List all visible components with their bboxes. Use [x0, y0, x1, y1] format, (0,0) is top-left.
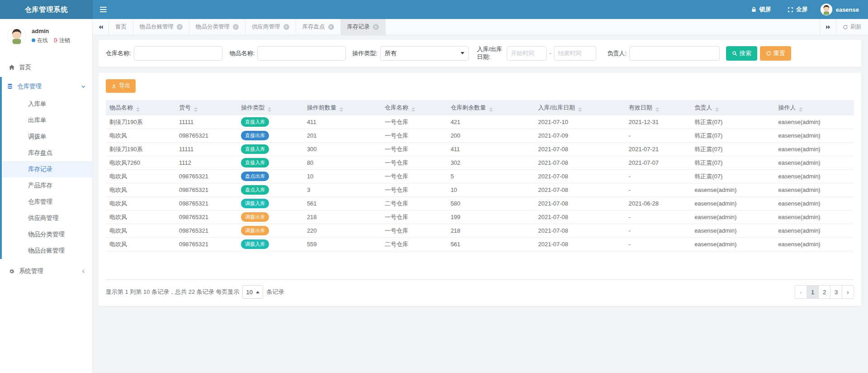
column-header[interactable]: 货号	[175, 100, 237, 115]
item-name-input[interactable]	[257, 46, 346, 61]
tab[interactable]: 物品台账管理 ×	[133, 19, 189, 35]
column-header[interactable]: 操作前数量	[303, 100, 381, 115]
sidebar-subitem[interactable]: 库存记录	[2, 161, 92, 177]
logout-button[interactable]: 注销	[52, 37, 70, 44]
sort-carets-icon	[656, 107, 659, 112]
sidebar-subitem[interactable]: 产品库存	[2, 177, 92, 194]
cell-qty-remaining: 561	[447, 238, 535, 251]
tab[interactable]: 首页 ×	[109, 19, 133, 35]
refresh-tab-button[interactable]: 刷新	[836, 19, 868, 35]
tab-close-icon[interactable]: ×	[373, 24, 379, 30]
manager-label: 负责人:	[607, 49, 627, 57]
tabs-scroll-left-button[interactable]	[93, 19, 109, 35]
warehouse-name-input[interactable]	[134, 46, 222, 61]
sidebar-subitem[interactable]: 仓库管理	[2, 194, 92, 210]
cell-item-name: 电吹风	[106, 183, 175, 197]
sort-carets-icon	[578, 107, 582, 112]
cell-qty-remaining: 10	[447, 183, 535, 197]
cell-operator: easense(admin)	[774, 170, 854, 183]
cell-operation-type: 调拨入库	[237, 238, 303, 251]
double-chevron-right-icon	[826, 24, 831, 30]
cell-manager: easense(admin)	[691, 238, 774, 251]
manager-input[interactable]	[629, 46, 720, 61]
sort-carets-icon	[411, 107, 415, 112]
page-size-caret-icon	[256, 291, 259, 293]
operation-type-select[interactable]: 所有	[380, 46, 469, 61]
tab-close-icon[interactable]: ×	[283, 24, 289, 30]
sidebar-item-system-management[interactable]: 系统管理	[0, 262, 92, 281]
warehouse-name-label: 仓库名称:	[106, 49, 131, 57]
pagination: ‹ 1 2 3	[795, 285, 854, 299]
reset-button[interactable]: 重置	[760, 46, 791, 61]
cell-operation-type: 盘点入库	[237, 183, 303, 197]
item-name-label: 物品名称:	[230, 49, 255, 57]
sidebar-item-home[interactable]: 首页	[0, 58, 92, 77]
tab[interactable]: 供应商管理 ×	[245, 19, 296, 35]
column-header[interactable]: 仓库剩余数量	[447, 100, 535, 115]
cell-sku: 11111	[175, 115, 237, 129]
column-header[interactable]: 操作人	[774, 100, 854, 115]
sidebar-subitem[interactable]: 供应商管理	[2, 210, 92, 226]
sidebar-subitem[interactable]: 库存盘点	[2, 145, 92, 161]
cell-valid-date: -	[625, 170, 691, 183]
table-header-row: 物品名称 货号 操作类型	[106, 100, 854, 115]
user-menu[interactable]: easense	[816, 0, 868, 19]
column-header[interactable]: 入库/出库日期	[534, 100, 625, 115]
cell-warehouse: 一号仓库	[381, 224, 447, 238]
sidebar-item-warehouse-management[interactable]: 仓库管理	[2, 77, 92, 96]
tab-close-icon[interactable]: ×	[233, 24, 239, 30]
fullscreen-button[interactable]: 全屏	[779, 0, 816, 19]
logout-icon	[52, 38, 58, 43]
cell-date: 2021-07-08	[534, 156, 625, 170]
date-start-input[interactable]	[507, 46, 547, 61]
cell-qty-remaining: 5	[447, 170, 535, 183]
database-icon	[7, 83, 13, 90]
tab[interactable]: 物品分类管理 ×	[189, 19, 245, 35]
sidebar-subitem[interactable]: 调拨单	[2, 129, 92, 145]
tab-close-icon[interactable]: ×	[328, 24, 334, 30]
column-header[interactable]: 操作类型	[237, 100, 303, 115]
search-button[interactable]: 搜索	[726, 46, 757, 61]
cell-operation-type: 直接出库	[237, 129, 303, 143]
sidebar-subitem[interactable]: 出库单	[2, 112, 92, 129]
page-body: 仓库名称: 物品名称: 操作类型: 所有 入库/出库日期: - 负责人: 搜索	[93, 35, 868, 373]
cell-sku: 098765321	[175, 170, 237, 183]
tab-close-icon[interactable]: ×	[177, 24, 183, 30]
lock-icon	[751, 6, 757, 13]
cell-manager: 韩正震(07)	[691, 129, 774, 143]
pager-button[interactable]: 2	[818, 285, 830, 299]
cell-valid-date: -	[625, 210, 691, 224]
pager-button[interactable]: ›	[842, 285, 854, 299]
tabs-scroll-right-button[interactable]	[820, 19, 836, 35]
cell-manager: 韩正震(07)	[691, 143, 774, 156]
page-size-select[interactable]: 10	[242, 285, 263, 299]
sidebar-avatar	[7, 26, 26, 45]
sort-carets-icon	[268, 107, 271, 112]
download-icon	[111, 83, 117, 89]
column-header[interactable]: 有效日期	[625, 100, 691, 115]
column-header[interactable]: 仓库名称	[381, 100, 447, 115]
tab[interactable]: 库存盘点 ×	[296, 19, 341, 35]
column-header[interactable]: 负责人	[691, 100, 774, 115]
date-end-input[interactable]	[554, 46, 596, 61]
tab[interactable]: 库存记录 ×	[341, 19, 386, 35]
records-table: 物品名称 货号 操作类型	[106, 100, 854, 280]
sidebar-toggle-button[interactable]	[93, 0, 113, 19]
cell-manager: 韩正震(07)	[691, 115, 774, 129]
operation-type-badge: 盘点出库	[241, 172, 269, 181]
pager-button[interactable]: 1	[807, 285, 819, 299]
cell-qty-before: 411	[303, 115, 381, 129]
cell-qty-remaining: 411	[447, 143, 535, 156]
cell-warehouse: 二号仓库	[381, 238, 447, 251]
table-row: 电吹风 098765321 盘点出库 10 一号仓库 5 2021-07-08 …	[106, 170, 854, 183]
cell-operation-type: 直接入库	[237, 115, 303, 129]
sidebar-subitem[interactable]: 入库单	[2, 96, 92, 112]
export-button[interactable]: 导出	[106, 79, 136, 93]
cell-sku: 11111	[175, 143, 237, 156]
pager-button[interactable]: 3	[830, 285, 842, 299]
lock-screen-button[interactable]: 锁屏	[743, 0, 779, 19]
sidebar-subitem[interactable]: 物品台账管理	[2, 243, 92, 259]
sidebar-subitem[interactable]: 物品分类管理	[2, 226, 92, 243]
column-header[interactable]: 物品名称	[106, 100, 175, 115]
pager-button[interactable]: ‹	[795, 285, 807, 299]
